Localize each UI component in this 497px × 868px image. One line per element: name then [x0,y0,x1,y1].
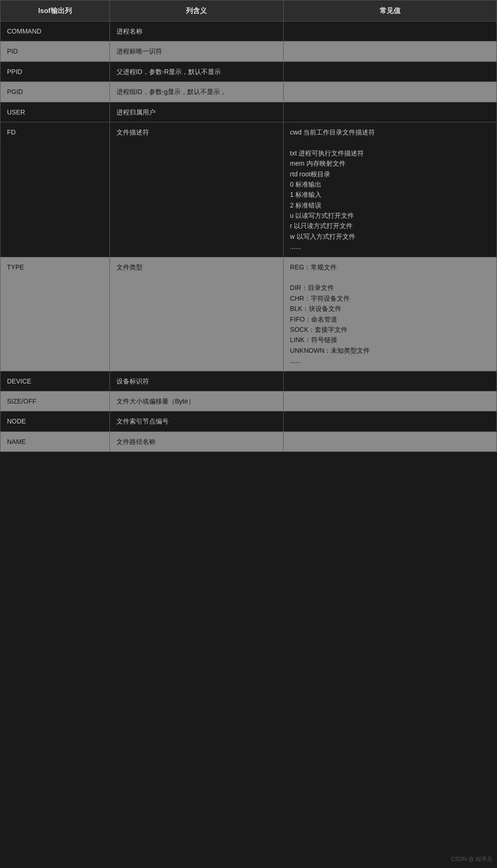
col-values [283,21,497,41]
col-values [283,102,497,122]
table-header: lsof输出列 列含义 常见值 [0,0,497,21]
col-meaning: 文件路径名称 [109,431,283,451]
col-meaning: 进程归属用户 [109,102,283,122]
col-command: PID [0,41,110,61]
col-command: USER [0,102,110,122]
col-meaning: 文件索引节点编号 [109,411,283,431]
table-row: COMMAND进程名称 [0,21,497,41]
col-meaning: 文件描述符 [109,122,283,257]
header-col2: 列含义 [109,0,283,21]
col-meaning: 进程标唯一识符 [109,41,283,61]
header-col1: lsof输出列 [0,0,110,21]
lsof-table: lsof输出列 列含义 常见值 COMMAND进程名称PID进程标唯一识符PPI… [0,0,497,452]
col-command: NODE [0,411,110,431]
col-command: PGID [0,82,110,102]
col-values [283,371,497,391]
col-values: REG：常规文件DIR：目录文件CHR：字符设备文件BLK：块设备文件FIFO：… [283,257,497,371]
col-command: NAME [0,431,110,451]
col-meaning: 文件类型 [109,257,283,371]
col-command: COMMAND [0,21,110,41]
table-row: DEVICE设备标识符 [0,371,497,391]
col-values [283,82,497,102]
col-values [283,391,497,411]
col-command: TYPE [0,257,110,371]
col-meaning: 父进程ID，参数-R显示，默认不显示 [109,61,283,81]
table-row: PGID进程组ID，参数-g显示，默认不显示， [0,82,497,102]
col-values [283,431,497,451]
table-row: NAME文件路径名称 [0,431,497,451]
header-col3: 常见值 [283,0,497,21]
col-meaning: 进程组ID，参数-g显示，默认不显示， [109,82,283,102]
col-command: DEVICE [0,371,110,391]
table-row: TYPE文件类型REG：常规文件DIR：目录文件CHR：字符设备文件BLK：块设… [0,257,497,371]
col-meaning: 设备标识符 [109,371,283,391]
col-values [283,411,497,431]
col-meaning: 进程名称 [109,21,283,41]
table-row: NODE文件索引节点编号 [0,411,497,431]
col-values [283,61,497,81]
col-values: cwd 当前工作目录文件描述符txt 进程可执行文件描述符mem 内存映射文件r… [283,122,497,257]
col-command: PPID [0,61,110,81]
table-row: FD文件描述符cwd 当前工作目录文件描述符txt 进程可执行文件描述符mem … [0,122,497,257]
table-row: SIZE/OFF文件大小或偏移量（Byte） [0,391,497,411]
table-row: PID进程标唯一识符 [0,41,497,61]
table-row: PPID父进程ID，参数-R显示，默认不显示 [0,61,497,81]
table-row: USER进程归属用户 [0,102,497,122]
col-meaning: 文件大小或偏移量（Byte） [109,391,283,411]
col-values [283,41,497,61]
col-command: SIZE/OFF [0,391,110,411]
col-command: FD [0,122,110,257]
